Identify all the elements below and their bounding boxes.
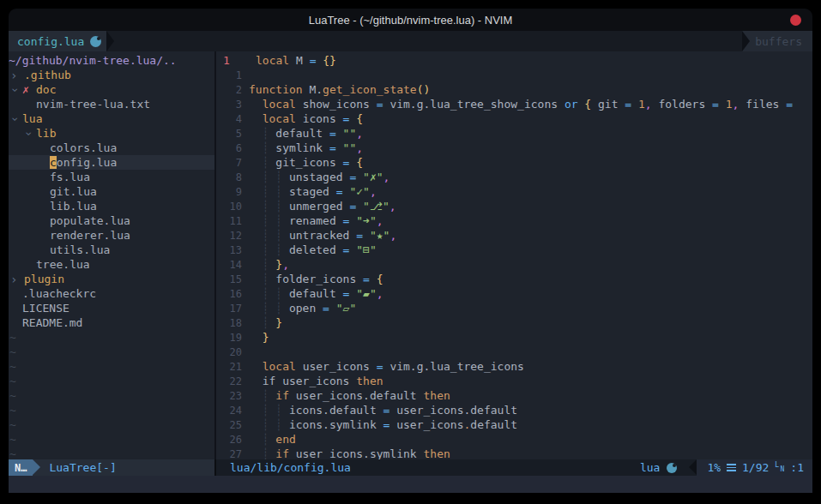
chevron-down-icon[interactable]: ›	[22, 127, 36, 141]
token-guide: ┊ ┊	[263, 287, 289, 300]
code-text: local M = {}	[256, 54, 336, 67]
code-line[interactable]: 3 local show_icons = vim.g.lua_tree_show…	[216, 97, 812, 111]
token-op: =	[349, 200, 363, 213]
chevron-down-icon[interactable]: ›	[9, 83, 22, 97]
token-op: =	[343, 156, 357, 169]
code-line[interactable]: 2function M.get_icon_state()	[216, 82, 812, 97]
token-num: 1	[638, 98, 645, 111]
indent-spacer	[9, 133, 22, 134]
code-line[interactable]: 24 ┊ ┊ icons.default = user_icons.defaul…	[216, 403, 812, 417]
tree-item-label: .github	[24, 69, 71, 81]
code-line[interactable]: 23 ┊ if user_icons.default then	[216, 388, 812, 403]
token-comma: ,	[377, 287, 383, 300]
code-text: ┊ ┊ unstaged = "✗",	[249, 171, 389, 183]
token-guide: ┊ ┊	[263, 185, 289, 198]
line-number: 16	[216, 288, 242, 300]
token-brace: }	[275, 316, 282, 329]
code-line[interactable]: 7 ┊ git_icons = {	[216, 155, 812, 170]
indent-spacer	[9, 308, 22, 309]
code-line[interactable]: 27 ┊ if user_icons.symlink then	[216, 447, 812, 459]
code-line[interactable]: 20	[216, 345, 812, 359]
chevron-down-icon[interactable]: ›	[9, 112, 22, 126]
token-op: =	[712, 98, 726, 111]
tree-item[interactable]: utils.lua	[9, 243, 214, 257]
empty-buffer-line: ~	[9, 330, 214, 345]
tree-item[interactable]: renderer.lua	[9, 228, 214, 243]
code-line[interactable]: 1local M = {}	[216, 53, 812, 68]
token-fg: default	[289, 287, 343, 300]
tree-item[interactable]: nvim-tree-lua.txt	[9, 97, 214, 111]
tree-item[interactable]: ~/github/nvim-tree.lua/..	[9, 53, 214, 68]
code-line[interactable]: 11 ┊ ┊ renamed = "➜",	[216, 213, 812, 228]
tree-item[interactable]: ›lua	[9, 111, 214, 126]
line-number: 11	[216, 215, 242, 227]
tree-item[interactable]: config.lua	[9, 155, 214, 170]
token-op: =	[786, 98, 793, 111]
buffers-label: buffers	[750, 35, 812, 48]
token-str: "▰"	[356, 287, 376, 300]
token-comma: ,	[356, 127, 363, 140]
token-kw: local	[263, 98, 303, 111]
token-fg	[249, 171, 263, 183]
code-line[interactable]: 1	[216, 68, 812, 82]
code-line[interactable]: 13 ┊ ┊ deleted = "⊟"	[216, 243, 812, 257]
chevron-right-icon[interactable]: ›	[9, 273, 24, 286]
token-op: =	[343, 243, 357, 256]
buffers-segment[interactable]: buffers	[742, 31, 812, 51]
command-line[interactable]	[9, 476, 812, 493]
code-line[interactable]: 5 ┊ default = "",	[216, 126, 812, 141]
tree-item[interactable]: ›.github	[9, 68, 214, 82]
tree-item[interactable]: README.md	[9, 315, 214, 330]
tree-item-label: tree.lua	[36, 258, 90, 271]
column-number: :1	[790, 461, 804, 474]
tree-item[interactable]: populate.lua	[9, 213, 214, 228]
tree-item[interactable]: lib.lua	[9, 199, 214, 213]
tree-item[interactable]: ›plugin	[9, 272, 214, 286]
tree-item[interactable]: ›lib	[9, 126, 214, 141]
code-line[interactable]: 10 ┊ ┊ unmerged = "⎇",	[216, 199, 812, 213]
tree-item[interactable]: git.lua	[9, 184, 214, 199]
code-line[interactable]: 17 ┊ ┊ open = "▱"	[216, 301, 812, 315]
token-fg	[249, 316, 263, 329]
tree-item[interactable]: .luacheckrc	[9, 286, 214, 301]
code-line[interactable]: 8 ┊ ┊ unstaged = "✗",	[216, 170, 812, 184]
token-fg: untracked	[289, 229, 356, 242]
code-text: local show_icons = vim.g.lua_tree_show_i…	[249, 98, 793, 111]
tilde-marker: ~	[9, 345, 16, 358]
code-line[interactable]: 18 ┊ }	[216, 315, 812, 330]
code-line[interactable]: 4 local icons = {	[216, 111, 812, 126]
position-segment: 1% 1/92 LN :1	[697, 459, 812, 476]
tree-item[interactable]: fs.lua	[9, 170, 214, 184]
code-line[interactable]: 26 ┊ end	[216, 432, 812, 447]
code-line[interactable]: 19 }	[216, 330, 812, 345]
token-op: =	[343, 214, 357, 227]
tree-item-label: nvim-tree-lua.txt	[36, 98, 150, 111]
window-title: LuaTree - (~/github/nvim-tree.lua) - NVI…	[309, 14, 513, 27]
tree-item-label: colors.lua	[50, 141, 117, 154]
token-fg	[249, 302, 263, 315]
close-button[interactable]	[790, 15, 801, 26]
code-line[interactable]: 9 ┊ ┊ staged = "✓",	[216, 184, 812, 199]
token-fg	[249, 418, 263, 431]
filetype-label: lua	[640, 459, 660, 476]
code-line[interactable]: 15 ┊ folder_icons = {	[216, 272, 812, 286]
tree-item-label: lua	[22, 112, 42, 125]
tree-item-label: doc	[36, 83, 56, 96]
tree-item[interactable]: ›✗doc	[9, 82, 214, 97]
chevron-right-icon[interactable]: ›	[9, 69, 24, 82]
code-line[interactable]: 21 local user_icons = vim.g.lua_tree_ico…	[216, 359, 812, 374]
token-fg: M	[296, 54, 310, 67]
tree-item[interactable]: tree.lua	[9, 257, 214, 272]
code-line[interactable]: 6 ┊ symlink = "",	[216, 141, 812, 155]
token-fg	[249, 185, 263, 198]
token-guide: ┊ ┊	[263, 200, 289, 213]
empty-buffer-line: ~	[9, 417, 214, 432]
code-line[interactable]: 25 ┊ ┊ icons.symlink = user_icons.defaul…	[216, 417, 812, 432]
tree-item[interactable]: colors.lua	[9, 141, 214, 155]
tree-item[interactable]: LICENSE	[9, 301, 214, 315]
code-line[interactable]: 22 if user_icons then	[216, 374, 812, 388]
code-line[interactable]: 16 ┊ ┊ default = "▰",	[216, 286, 812, 301]
code-line[interactable]: 12 ┊ ┊ untracked = "★",	[216, 228, 812, 243]
code-line[interactable]: 14 ┊ },	[216, 257, 812, 272]
tab-config-lua[interactable]: config.lua	[9, 31, 106, 51]
